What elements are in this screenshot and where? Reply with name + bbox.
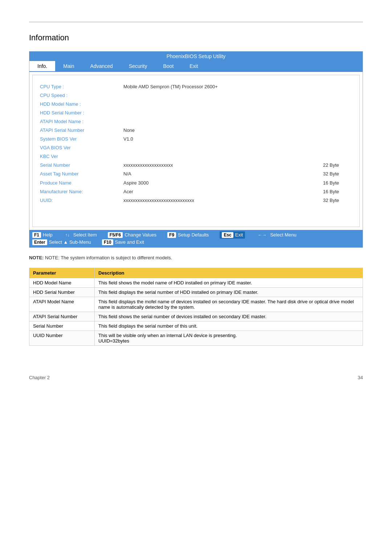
footer-f9: F9 Setup Defaults	[167, 231, 209, 239]
note-text: NOTE: NOTE: The system information is su…	[29, 255, 363, 260]
value-cpu-type: Mobile AMD Sempron (TM) Processor 2600+	[123, 82, 352, 91]
bios-fields-right: Mobile AMD Sempron (TM) Processor 2600+ …	[120, 82, 352, 205]
field-cpu-speed: CPU Speed :	[40, 91, 120, 100]
table-row: ATAPI Serial NumberThis field shows the …	[29, 312, 363, 321]
value-hdd-model	[123, 100, 352, 109]
table-row: UUID NumberThis will be visible only whe…	[29, 331, 363, 345]
key-f5f6: F5/F6	[108, 232, 123, 238]
table-row: Serial NumberThis field displays the ser…	[29, 321, 363, 331]
value-serial-number: xxxxxxxxxxxxxxxxxxxxx 22 Byte	[123, 161, 352, 170]
table-row: ATAPI Model NameThis field displays the …	[29, 297, 363, 312]
param-cell: ATAPI Serial Number	[29, 312, 95, 321]
bios-fields-left: CPU Type : CPU Speed : HDD Model Name : …	[40, 82, 120, 205]
label-save-exit: Save and Exit	[115, 239, 144, 245]
field-serial-number: Serial Number	[40, 161, 120, 170]
footer-enter: Enter Select ▲ Sub-Menu	[32, 239, 91, 245]
key-f10: F10	[102, 239, 113, 245]
page-container: Information PhoenixBIOS Setup Utility In…	[0, 0, 392, 409]
nav-item-exit[interactable]: Exit	[181, 61, 206, 71]
field-atapi-model: ATAPI Model Name :	[40, 117, 120, 126]
top-divider	[29, 22, 363, 22]
table-row: HDD Model NameThis field shows the model…	[29, 278, 363, 287]
field-uuid: UUID:	[40, 196, 120, 205]
field-hdd-serial: HDD Serial Number :	[40, 109, 120, 117]
col-header-description: Description	[95, 268, 363, 278]
value-atapi-serial: None	[123, 126, 352, 135]
param-cell: UUID Number	[29, 331, 95, 345]
desc-cell: This field shows the model name of HDD i…	[95, 278, 363, 287]
value-kbc-ver	[123, 152, 352, 161]
label-sub-menu: Select ▲ Sub-Menu	[49, 239, 91, 245]
field-asset-tag: Asset Tag Number	[40, 170, 120, 178]
value-vga-bios	[123, 143, 352, 152]
desc-cell: This field displays the serial number of…	[95, 321, 363, 331]
page-footer: Chapter 2 34	[29, 375, 363, 380]
field-produce-name: Produce Name	[40, 179, 120, 187]
bios-title-bar: PhoenixBIOS Setup Utility	[29, 52, 363, 61]
desc-cell: This field shows the serial number of de…	[95, 312, 363, 321]
nav-item-advanced[interactable]: Advanced	[82, 61, 121, 71]
value-cpu-speed	[123, 91, 352, 100]
nav-item-info[interactable]: Info.	[29, 61, 55, 71]
key-esc: Esc	[222, 232, 233, 238]
footer-f10: F10 Save and Exit	[102, 239, 144, 245]
footer-select-menu: ←→ Select Menu	[256, 231, 296, 239]
param-cell: HDD Model Name	[29, 278, 95, 287]
label-select-item: Select Item	[73, 232, 97, 238]
param-cell: HDD Serial Number	[29, 287, 95, 297]
key-lr-arrows: ←→	[256, 232, 268, 238]
bios-content-area: CPU Type : CPU Speed : HDD Model Name : …	[32, 75, 360, 227]
value-hdd-serial	[123, 109, 352, 117]
value-system-bios: V1.0	[123, 135, 352, 143]
label-setup-defaults: Setup Defaults	[178, 232, 209, 238]
desc-cell: This field displays the serial number of…	[95, 287, 363, 297]
key-f9: F9	[167, 232, 176, 238]
label-select-menu: Select Menu	[270, 232, 296, 238]
value-uuid: xxxxxxxxxxxxxxxxxxxxxxxxxxxxxx 32 Byte	[123, 196, 352, 205]
value-atapi-model	[123, 117, 352, 126]
field-hdd-model: HDD Model Name :	[40, 100, 120, 109]
key-arrows: ↑↓	[64, 232, 72, 238]
chapter-label: Chapter 2	[29, 375, 50, 380]
param-cell: ATAPI Model Name	[29, 297, 95, 312]
footer-f5f6: F5/F6 Change Values	[108, 231, 156, 239]
param-cell: Serial Number	[29, 321, 95, 331]
col-header-parameter: Parameter	[29, 268, 95, 278]
value-asset-tag: N/A 32 Byte	[123, 170, 352, 178]
footer-select-item: ↑↓ Select Item	[64, 231, 97, 239]
footer-esc-exit: Esc Exit	[220, 231, 245, 239]
label-change-values: Change Values	[124, 232, 156, 238]
field-cpu-type: CPU Type :	[40, 82, 120, 91]
value-produce-name: Aspire 3000 16 Byte	[123, 179, 352, 187]
page-number: 34	[358, 375, 363, 380]
parameter-table: Parameter Description HDD Model NameThis…	[29, 268, 363, 346]
table-row: HDD Serial NumberThis field displays the…	[29, 287, 363, 297]
value-manufacturer: Acer 16 Byte	[123, 187, 352, 196]
label-exit: Exit	[235, 232, 243, 238]
page-title: Information	[29, 33, 363, 42]
field-atapi-serial: ATAPI Serial Number	[40, 126, 120, 135]
bios-nav: Info. Main Advanced Security Boot Exit	[29, 61, 363, 72]
field-system-bios: System BIOS Ver	[40, 135, 120, 143]
field-kbc-ver: KBC Ver	[40, 152, 120, 161]
nav-item-boot[interactable]: Boot	[155, 61, 181, 71]
nav-item-main[interactable]: Main	[55, 61, 82, 71]
bios-box: PhoenixBIOS Setup Utility Info. Main Adv…	[29, 51, 363, 248]
field-manufacturer: Manufacturer Name:	[40, 187, 120, 196]
label-help: Help	[43, 232, 53, 238]
key-f1: F1	[32, 232, 41, 238]
bios-footer: F1 Help ↑↓ Select Item F5/F6 Change Valu…	[29, 230, 363, 247]
nav-item-security[interactable]: Security	[121, 61, 155, 71]
footer-f1-help: F1 Help	[32, 231, 53, 239]
desc-cell: This field displays the mofel name of de…	[95, 297, 363, 312]
desc-cell: This will be visible only when an intern…	[95, 331, 363, 345]
field-vga-bios: VGA BIOS Ver	[40, 143, 120, 152]
key-enter: Enter	[32, 239, 47, 245]
